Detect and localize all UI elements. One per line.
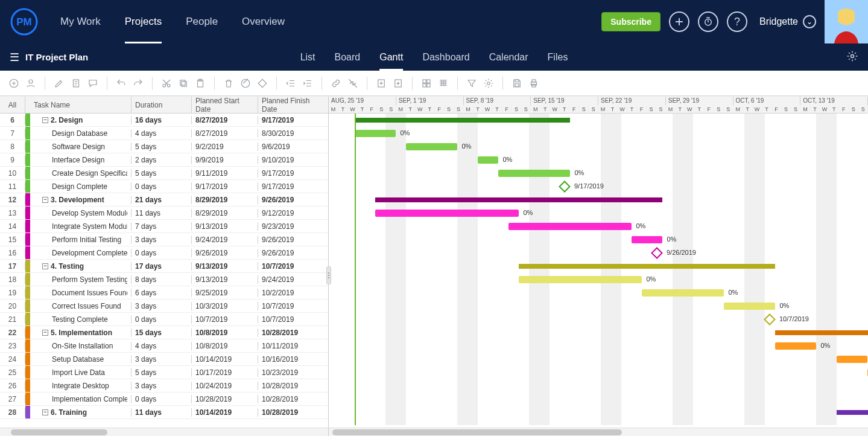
summary-bar[interactable] [355, 118, 570, 123]
table-row[interactable]: 8Software Design5 days9/2/20199/6/2019 [0, 140, 328, 153]
tab-files[interactable]: Files [538, 43, 578, 71]
print-icon[interactable] [527, 77, 540, 90]
paste-icon[interactable] [194, 77, 207, 90]
table-row[interactable]: 20Correct Issues Found3 days10/3/201910/… [0, 300, 328, 313]
splitter[interactable] [326, 266, 331, 284]
user-menu[interactable]: Bridgette ⌄ [756, 15, 816, 28]
table-row[interactable]: 19Document Issues Found6 days9/25/201910… [0, 286, 328, 300]
comment-icon[interactable] [86, 77, 100, 90]
task-bar[interactable] [498, 170, 570, 177]
copy-icon[interactable] [177, 77, 190, 90]
table-row[interactable]: 13Develop System Modules11 days8/29/2019… [0, 207, 328, 220]
subscribe-button[interactable]: Subscribe [601, 12, 661, 31]
summary-bar[interactable] [519, 264, 775, 269]
collapse-icon[interactable]: − [42, 263, 48, 269]
delete-icon[interactable] [222, 77, 235, 90]
task-bar[interactable] [375, 210, 519, 217]
assign-icon[interactable] [24, 77, 37, 90]
settings-icon[interactable] [846, 54, 858, 64]
collapse-icon[interactable]: − [42, 197, 48, 203]
redo-icon[interactable] [131, 77, 145, 90]
table-row[interactable]: 17−4. Testing17 days9/13/201910/7/2019 [0, 260, 328, 273]
table-row[interactable]: 6−2. Design16 days8/27/20199/17/2019 [0, 114, 328, 127]
table-row[interactable]: 11Design Complete0 days9/17/20199/17/201… [0, 180, 328, 193]
add-button[interactable] [669, 11, 689, 32]
gantt-hscroll[interactable] [329, 428, 868, 436]
save-icon[interactable] [510, 77, 524, 90]
filter-icon[interactable] [465, 77, 478, 90]
table-row[interactable]: 18Perform System Testing8 days9/13/20199… [0, 273, 328, 286]
task-bar[interactable] [406, 143, 457, 150]
indent-icon[interactable] [301, 77, 314, 90]
nav-overview[interactable]: Overview [230, 0, 297, 43]
task-bar[interactable] [724, 303, 775, 310]
table-row[interactable]: 22−5. Implementation15 days10/8/201910/2… [0, 326, 328, 339]
export-icon[interactable] [391, 77, 405, 90]
import-icon[interactable] [375, 77, 388, 90]
unlink-icon[interactable] [346, 77, 360, 90]
help-icon[interactable]: ? [727, 11, 747, 32]
table-row[interactable]: 24Setup Database3 days10/14/201910/16/20… [0, 353, 328, 366]
tab-list[interactable]: List [291, 43, 325, 71]
table-row[interactable]: 10Create Design Specifications5 days9/11… [0, 167, 328, 180]
table-row[interactable]: 16Development Complete0 days9/26/20199/2… [0, 246, 328, 260]
collapse-icon[interactable]: − [42, 409, 48, 415]
col-duration[interactable]: Duration [131, 97, 192, 113]
col-start[interactable]: Planned Start Date [192, 97, 258, 113]
clear-icon[interactable] [239, 77, 252, 90]
col-finish[interactable]: Planned Finish Date [258, 97, 328, 113]
milestone-icon[interactable] [256, 77, 269, 90]
summary-bar[interactable] [375, 197, 662, 202]
outdent-icon[interactable] [284, 77, 297, 90]
col-taskname[interactable]: Task Name [30, 97, 131, 113]
task-bar[interactable] [519, 276, 642, 283]
table-row[interactable]: 25Import Live Data5 days10/17/201910/23/… [0, 366, 328, 379]
task-bar[interactable] [632, 236, 662, 243]
table-row[interactable]: 26Integrate Desktop3 days10/24/201910/28… [0, 379, 328, 393]
table-hscroll[interactable] [0, 428, 328, 436]
tab-gantt[interactable]: Gantt [370, 43, 413, 71]
svg-rect-24 [515, 83, 519, 86]
gear-icon[interactable] [482, 77, 495, 90]
table-row[interactable]: 15Perform Initial Testing3 days9/24/2019… [0, 233, 328, 246]
table-row[interactable]: 23On-Site Installation4 days10/8/201910/… [0, 339, 328, 353]
task-bar[interactable] [478, 156, 498, 164]
task-bar[interactable] [508, 223, 632, 230]
link-icon[interactable] [329, 77, 343, 90]
grid-small-icon[interactable] [437, 77, 450, 90]
task-bar[interactable] [775, 342, 816, 350]
summary-bar[interactable] [775, 330, 869, 335]
task-bar[interactable] [837, 356, 867, 363]
table-row[interactable]: 14Integrate System Modules7 days9/13/201… [0, 220, 328, 233]
logo[interactable]: PM [0, 7, 48, 36]
notes-icon[interactable] [69, 77, 83, 90]
nav-my-work[interactable]: My Work [48, 0, 113, 43]
avatar[interactable] [825, 0, 868, 43]
table-row[interactable]: 21Testing Complete0 days10/7/201910/7/20… [0, 313, 328, 326]
gantt-body[interactable]: 0%0%0%0%9/17/20190%0%0%9/26/20190%0%0%10… [329, 114, 868, 425]
table-row[interactable]: 9Interface Design2 days9/9/20199/10/2019 [0, 153, 328, 167]
task-bar[interactable] [355, 130, 396, 137]
nav-projects[interactable]: Projects [113, 0, 174, 43]
add-task-icon[interactable] [7, 77, 21, 90]
nav-people[interactable]: People [174, 0, 230, 43]
menu-icon[interactable]: ☰ [10, 51, 19, 64]
tab-board[interactable]: Board [325, 43, 370, 71]
table-row[interactable]: 27Implementation Complete0 days10/28/201… [0, 393, 328, 406]
collapse-icon[interactable]: − [42, 117, 48, 123]
tab-calendar[interactable]: Calendar [480, 43, 538, 71]
task-bar[interactable] [642, 289, 724, 297]
tab-dashboard[interactable]: Dashboard [413, 43, 479, 71]
edit-icon[interactable] [52, 77, 66, 90]
summary-bar[interactable] [837, 410, 869, 415]
week-header: SEP, 8 '19 [464, 97, 531, 105]
table-row[interactable]: 28−6. Training11 days10/14/201910/28/201… [0, 406, 328, 419]
grid-large-icon[interactable] [420, 77, 433, 90]
collapse-icon[interactable]: − [42, 330, 48, 336]
timer-icon[interactable] [698, 11, 718, 32]
cut-icon[interactable] [160, 77, 173, 90]
table-row[interactable]: 12−3. Development21 days8/29/20199/26/20… [0, 193, 328, 207]
table-row[interactable]: 7Design Database4 days8/27/20198/30/2019 [0, 127, 328, 140]
undo-icon[interactable] [115, 77, 128, 90]
col-all[interactable]: All [0, 97, 25, 113]
